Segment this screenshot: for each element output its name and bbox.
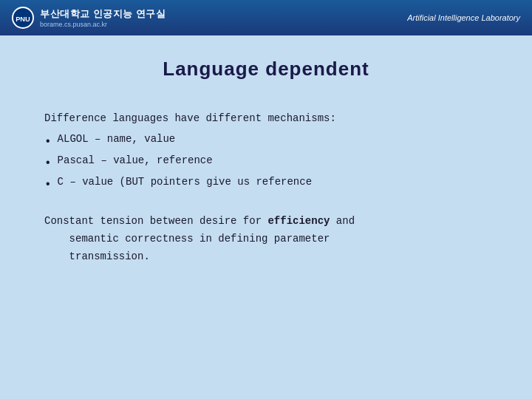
list-item: • ALGOL – name, value xyxy=(44,131,488,152)
body-text: Difference languages have different mech… xyxy=(44,110,488,131)
header-bar: PNU 부산대학교 인공지능 연구실 borame.cs.pusan.ac.kr… xyxy=(0,0,532,35)
content-area: Language dependent Difference languages … xyxy=(0,35,532,399)
list-item: • Pascal – value, reference xyxy=(44,152,488,174)
conclusion-part3: semantic correctness in defining paramet… xyxy=(44,233,330,245)
header-text-block: 부산대학교 인공지능 연구실 borame.cs.pusan.ac.kr xyxy=(40,7,166,28)
bullet-dot: • xyxy=(44,154,52,174)
conclusion-part4: transmission. xyxy=(44,250,150,262)
bullet-dot: • xyxy=(44,132,52,152)
header-left: PNU 부산대학교 인공지능 연구실 borame.cs.pusan.ac.kr xyxy=(12,7,166,29)
list-item: • C – value (BUT pointers give us refere… xyxy=(44,174,488,195)
conclusion-bold-efficiency: efficiency xyxy=(267,215,330,227)
conclusion-part2: and xyxy=(330,215,355,227)
university-name: 부산대학교 인공지능 연구실 xyxy=(40,7,166,21)
bullet-text: C – value (BUT pointers give us referenc… xyxy=(58,174,312,191)
conclusion-text: Constant tension between desire for effi… xyxy=(44,215,355,262)
conclusion-part1: Constant tension between desire for xyxy=(44,215,267,227)
bullet-list: • ALGOL – name, value • Pascal – value, … xyxy=(44,131,488,196)
logo-circle: PNU xyxy=(12,7,34,29)
lab-name: Artificial Intelligence Laboratory xyxy=(407,13,520,22)
bullet-text: ALGOL – name, value xyxy=(58,131,176,149)
bullet-dot: • xyxy=(44,175,52,195)
intro-line: Difference languages have different mech… xyxy=(44,110,488,128)
slide: PNU 부산대학교 인공지능 연구실 borame.cs.pusan.ac.kr… xyxy=(0,0,532,399)
slide-title: Language dependent xyxy=(44,58,488,81)
website: borame.cs.pusan.ac.kr xyxy=(40,21,166,28)
conclusion-semantic: semantic correctness in defining paramet… xyxy=(69,233,330,245)
svg-text:PNU: PNU xyxy=(16,16,30,23)
conclusion-block: Constant tension between desire for effi… xyxy=(44,213,488,265)
bullet-text: Pascal – value, reference xyxy=(58,152,213,170)
